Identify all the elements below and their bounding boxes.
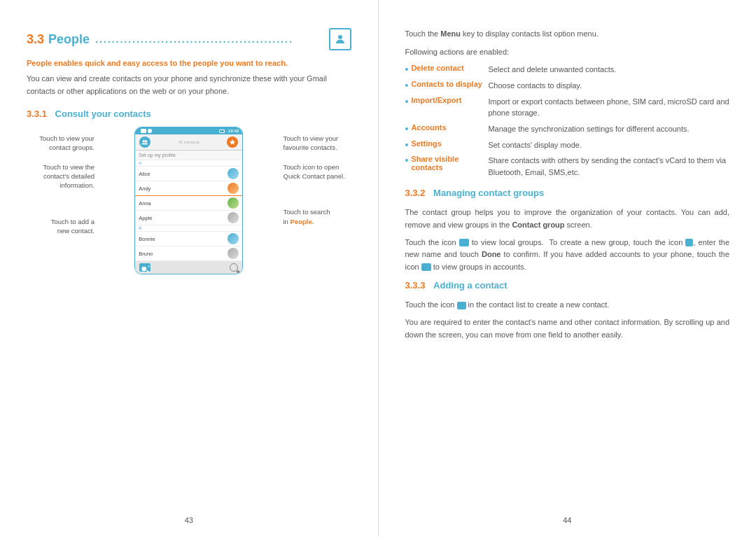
section-number: 3.3 xyxy=(27,32,44,47)
bullet-accounts: • xyxy=(405,123,409,135)
favourites-icon xyxy=(227,137,238,148)
svg-point-1 xyxy=(143,140,145,142)
contact-anna: Anna xyxy=(135,196,242,211)
intro-bold: People enables quick and easy access to … xyxy=(27,59,351,67)
desc-import: Import or export contacts between phone,… xyxy=(488,96,729,119)
groups-icon xyxy=(139,137,150,148)
section-title-text: People xyxy=(48,32,90,47)
section-dots: ........................................… xyxy=(95,34,324,45)
phone-bottom-bar: + xyxy=(135,261,242,274)
section-333-para2: You are required to enter the contact's … xyxy=(405,316,730,341)
bullet-share: • xyxy=(405,155,409,167)
menu-item-accounts: • Accounts Manage the synchronization se… xyxy=(405,123,730,135)
contact-alice: Alice xyxy=(135,167,242,181)
avatar-bruno xyxy=(227,248,239,259)
page-number-43: 43 xyxy=(185,516,193,524)
left-page: 3.3 People .............................… xyxy=(0,0,379,537)
right-content: Touch the Menu key to display contacts l… xyxy=(405,28,730,341)
page-number-44: 44 xyxy=(563,516,571,524)
ann-details: Touch to view thecontact's detailedinfor… xyxy=(27,162,94,190)
subsection-333-title: 3.3.3 Adding a contact xyxy=(405,280,730,291)
search-btn xyxy=(230,263,238,272)
section-332-para1: The contact group helps you to improve t… xyxy=(405,207,730,231)
share-label-line2: contacts xyxy=(411,163,442,172)
avatar-andy xyxy=(227,183,239,194)
contact-bruno: Bruno xyxy=(135,246,242,261)
desc-delete: Select and delete unwanted contacts. xyxy=(488,64,729,76)
bullet-display: • xyxy=(405,80,409,92)
label-delete: Delete contact xyxy=(411,64,488,72)
label-accounts: Accounts xyxy=(411,123,488,132)
phone-mockup: 13:42 41 contacts Set up my profile xyxy=(134,127,243,274)
person-icon xyxy=(329,28,351,50)
desc-accounts: Manage the synchronization settings for … xyxy=(488,123,729,135)
menu-items-list: • Delete contact Select and delete unwan… xyxy=(405,64,730,178)
bullet-settings: • xyxy=(405,139,409,151)
phone-center: 13:42 41 contacts Set up my profile xyxy=(100,127,278,274)
avatar-anna xyxy=(227,197,239,209)
contact-andy: Andy xyxy=(135,181,242,196)
page-spread: 3.3 People .............................… xyxy=(0,0,756,537)
wifi-icon xyxy=(148,129,152,133)
phone-time: 13:42 xyxy=(228,129,239,133)
menu-item-delete: • Delete contact Select and delete unwan… xyxy=(405,64,730,76)
avatar-alice xyxy=(227,168,239,179)
right-page: Touch the Menu key to display contacts l… xyxy=(379,0,757,537)
svg-point-0 xyxy=(338,35,342,39)
section-332-para2: Touch the icon to view local groups. To … xyxy=(405,237,730,274)
ann-quick: Touch icon to openQuick Contact panel. xyxy=(284,162,351,181)
subsection-331-title: 3.3.1 Consult your contacts xyxy=(27,109,151,119)
menu-item-settings: • Settings Set contacts' display mode. xyxy=(405,139,730,151)
share-label-line1: Share visible xyxy=(411,155,458,163)
section-a: A xyxy=(135,160,242,167)
phone-top-bar: 41 contacts xyxy=(135,134,242,151)
ann-search: Touch to searchin People. xyxy=(284,207,351,226)
contact-apple: Apple xyxy=(135,211,242,225)
menu-item-display: • Contacts to display Choose contacts to… xyxy=(405,80,730,92)
me-row: Set up my profile xyxy=(135,151,242,160)
contact-bonnie: Bonnie xyxy=(135,232,242,246)
svg-marker-3 xyxy=(230,139,235,145)
add-contact-btn: + xyxy=(139,263,150,272)
ann-add: Touch to add anew contact. xyxy=(27,217,94,236)
right-annotations: Touch to view yourfavourite contacts. To… xyxy=(278,127,351,226)
desc-settings: Set contacts' display mode. xyxy=(488,139,729,151)
contacts-count: 41 contacts xyxy=(178,140,200,144)
person-svg xyxy=(334,33,346,46)
battery-icon xyxy=(219,130,225,133)
bullet-delete: • xyxy=(405,64,409,76)
ann-groups: Touch to view yourcontact groups. xyxy=(27,134,94,153)
left-annotations: Touch to view yourcontact groups. Touch … xyxy=(27,127,100,235)
subsection-332-title: 3.3.2 Managing contact groups xyxy=(405,188,730,198)
section-b: B xyxy=(135,225,242,232)
phone-diagram: Touch to view yourcontact groups. Touch … xyxy=(27,127,351,274)
menu-item-import: • Import/Export Import or export contact… xyxy=(405,96,730,119)
svg-point-2 xyxy=(145,140,147,142)
menu-intro: Touch the Menu key to display contacts l… xyxy=(405,28,730,41)
avatar-apple xyxy=(227,212,239,223)
avatar-bonnie xyxy=(227,233,239,244)
section-333-para1: Touch the icon in the contact list to cr… xyxy=(405,299,730,312)
svg-line-5 xyxy=(147,270,150,273)
section-332: 3.3.2 Managing contact groups The contac… xyxy=(405,188,730,273)
label-display: Contacts to display xyxy=(411,80,488,88)
section-333: 3.3.3 Adding a contact Touch the icon in… xyxy=(405,280,730,341)
section-331: 3.3.1 Consult your contacts xyxy=(27,107,351,120)
desc-share: Share contacts with others by sending th… xyxy=(488,155,729,178)
label-share: Share visible contacts xyxy=(411,155,488,172)
signal-icon xyxy=(141,129,146,133)
actions-intro: Following actions are enabled: xyxy=(405,46,730,59)
ann-fav: Touch to view yourfavourite contacts. xyxy=(284,134,351,153)
intro-text: You can view and create contacts on your… xyxy=(27,73,351,97)
phone-status-bar: 13:42 xyxy=(135,127,242,134)
svg-point-4 xyxy=(142,267,147,272)
label-settings: Settings xyxy=(411,139,488,148)
section-33-title: 3.3 People .............................… xyxy=(27,28,351,50)
menu-item-share: • Share visible contacts Share contacts … xyxy=(405,155,730,178)
svg-text:+: + xyxy=(148,265,150,269)
desc-display: Choose contacts to display. xyxy=(488,80,729,92)
label-import: Import/Export xyxy=(411,96,488,104)
bullet-import: • xyxy=(405,96,409,108)
